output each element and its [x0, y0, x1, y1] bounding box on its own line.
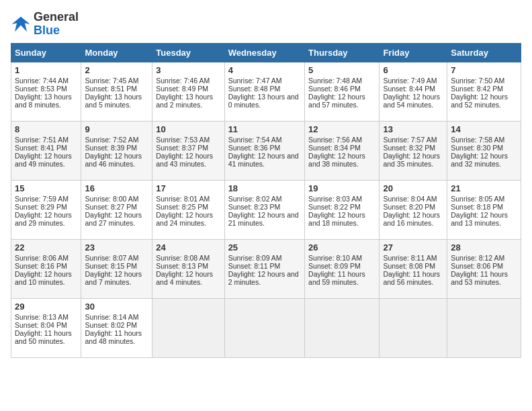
calendar-day-24: 24Sunrise: 8:08 AMSunset: 8:13 PMDayligh… — [152, 239, 224, 298]
calendar-day-10: 10Sunrise: 7:53 AMSunset: 8:37 PMDayligh… — [152, 121, 224, 180]
sunset-label: Sunset: 8:08 PM — [383, 262, 435, 270]
sunrise-label: Sunrise: 7:48 AM — [308, 77, 362, 85]
sunset-label: Sunset: 8:30 PM — [451, 144, 503, 152]
sunset-label: Sunset: 8:22 PM — [308, 203, 361, 211]
calendar-day-25: 25Sunrise: 8:09 AMSunset: 8:11 PMDayligh… — [224, 239, 304, 298]
svg-marker-0 — [12, 17, 30, 32]
day-number: 23 — [85, 242, 148, 253]
calendar-week-5: 29Sunrise: 8:13 AMSunset: 8:04 PMDayligh… — [11, 298, 521, 357]
daylight-label: Daylight: 11 hours and 59 minutes. — [308, 270, 365, 286]
day-number: 13 — [383, 124, 443, 134]
sunrise-label: Sunrise: 7:45 AM — [85, 77, 138, 85]
sunrise-label: Sunrise: 8:12 AM — [451, 254, 504, 262]
sunrise-label: Sunrise: 7:50 AM — [451, 77, 504, 85]
daylight-label: Daylight: 13 hours and 5 minutes. — [85, 93, 142, 109]
logo-icon — [11, 14, 31, 34]
daylight-label: Daylight: 11 hours and 53 minutes. — [451, 270, 508, 286]
sunset-label: Sunset: 8:49 PM — [156, 85, 208, 93]
sunrise-label: Sunrise: 8:03 AM — [308, 195, 362, 203]
calendar-day-17: 17Sunrise: 8:01 AMSunset: 8:25 PMDayligh… — [152, 180, 224, 239]
sunset-label: Sunset: 8:41 PM — [15, 144, 67, 152]
calendar-day-23: 23Sunrise: 8:07 AMSunset: 8:15 PMDayligh… — [81, 239, 152, 298]
day-number: 20 — [383, 183, 443, 193]
calendar-week-3: 15Sunrise: 7:59 AMSunset: 8:29 PMDayligh… — [11, 180, 521, 239]
sunrise-label: Sunrise: 8:11 AM — [383, 254, 437, 262]
calendar-day-8: 8Sunrise: 7:51 AMSunset: 8:41 PMDaylight… — [11, 121, 81, 180]
day-number: 24 — [156, 242, 220, 253]
daylight-label: Daylight: 12 hours and 13 minutes. — [451, 211, 508, 227]
calendar-day-27: 27Sunrise: 8:11 AMSunset: 8:08 PMDayligh… — [380, 239, 447, 298]
col-monday: Monday — [81, 43, 152, 62]
sunset-label: Sunset: 8:11 PM — [228, 262, 281, 270]
day-number: 21 — [451, 183, 517, 193]
calendar-week-4: 22Sunrise: 8:06 AMSunset: 8:16 PMDayligh… — [11, 239, 521, 298]
day-number: 1 — [15, 65, 77, 75]
daylight-label: Daylight: 12 hours and 41 minutes. — [228, 152, 299, 168]
sunrise-label: Sunrise: 8:14 AM — [85, 313, 138, 321]
calendar-day-22: 22Sunrise: 8:06 AMSunset: 8:16 PMDayligh… — [11, 239, 81, 298]
daylight-label: Daylight: 11 hours and 56 minutes. — [383, 270, 440, 286]
calendar-day-4: 4Sunrise: 7:47 AMSunset: 8:48 PMDaylight… — [224, 62, 304, 121]
sunrise-label: Sunrise: 7:46 AM — [156, 77, 210, 85]
empty-cell — [447, 298, 521, 357]
sunset-label: Sunset: 8:13 PM — [156, 262, 208, 270]
daylight-label: Daylight: 12 hours and 21 minutes. — [228, 211, 299, 227]
col-sunday: Sunday — [11, 43, 81, 62]
calendar-day-5: 5Sunrise: 7:48 AMSunset: 8:46 PMDaylight… — [305, 62, 380, 121]
sunset-label: Sunset: 8:25 PM — [156, 203, 208, 211]
daylight-label: Daylight: 12 hours and 49 minutes. — [15, 152, 72, 168]
calendar-day-9: 9Sunrise: 7:52 AMSunset: 8:39 PMDaylight… — [81, 121, 152, 180]
calendar-day-11: 11Sunrise: 7:54 AMSunset: 8:36 PMDayligh… — [224, 121, 304, 180]
daylight-label: Daylight: 12 hours and 46 minutes. — [85, 152, 142, 168]
calendar-day-1: 1Sunrise: 7:44 AMSunset: 8:53 PMDaylight… — [11, 62, 81, 121]
sunset-label: Sunset: 8:37 PM — [156, 144, 208, 152]
sunset-label: Sunset: 8:39 PM — [85, 144, 137, 152]
calendar-day-20: 20Sunrise: 8:04 AMSunset: 8:20 PMDayligh… — [380, 180, 447, 239]
calendar-day-26: 26Sunrise: 8:10 AMSunset: 8:09 PMDayligh… — [305, 239, 380, 298]
empty-cell — [152, 298, 224, 357]
sunset-label: Sunset: 8:16 PM — [15, 262, 67, 270]
day-number: 3 — [156, 65, 220, 75]
day-number: 19 — [308, 183, 375, 193]
daylight-label: Daylight: 12 hours and 7 minutes. — [85, 270, 142, 286]
col-friday: Friday — [380, 43, 447, 62]
day-number: 9 — [85, 124, 148, 134]
daylight-label: Daylight: 12 hours and 4 minutes. — [156, 270, 213, 286]
sunset-label: Sunset: 8:44 PM — [383, 85, 435, 93]
logo-text: General Blue — [34, 11, 79, 38]
empty-cell — [224, 298, 304, 357]
sunrise-label: Sunrise: 8:01 AM — [156, 195, 210, 203]
sunrise-label: Sunrise: 7:52 AM — [85, 136, 138, 144]
col-thursday: Thursday — [305, 43, 380, 62]
day-number: 27 — [383, 242, 443, 253]
sunset-label: Sunset: 8:23 PM — [228, 203, 281, 211]
sunrise-label: Sunrise: 8:10 AM — [308, 254, 362, 262]
daylight-label: Daylight: 12 hours and 32 minutes. — [451, 152, 508, 168]
day-number: 22 — [15, 242, 77, 253]
sunrise-label: Sunrise: 8:09 AM — [228, 254, 282, 262]
sunrise-label: Sunrise: 8:00 AM — [85, 195, 138, 203]
col-wednesday: Wednesday — [224, 43, 304, 62]
sunrise-label: Sunrise: 7:47 AM — [228, 77, 282, 85]
header-row: Sunday Monday Tuesday Wednesday Thursday… — [11, 43, 521, 62]
daylight-label: Daylight: 12 hours and 24 minutes. — [156, 211, 213, 227]
day-number: 6 — [383, 65, 443, 75]
sunrise-label: Sunrise: 7:54 AM — [228, 136, 282, 144]
calendar-day-29: 29Sunrise: 8:13 AMSunset: 8:04 PMDayligh… — [11, 298, 81, 357]
sunrise-label: Sunrise: 7:57 AM — [383, 136, 437, 144]
day-number: 28 — [451, 242, 517, 253]
sunset-label: Sunset: 8:51 PM — [85, 85, 137, 93]
sunset-label: Sunset: 8:06 PM — [451, 262, 503, 270]
daylight-label: Daylight: 12 hours and 35 minutes. — [383, 152, 440, 168]
day-number: 18 — [228, 183, 301, 193]
calendar-week-1: 1Sunrise: 7:44 AMSunset: 8:53 PMDaylight… — [11, 62, 521, 121]
calendar-day-12: 12Sunrise: 7:56 AMSunset: 8:34 PMDayligh… — [305, 121, 380, 180]
calendar-day-30: 30Sunrise: 8:14 AMSunset: 8:02 PMDayligh… — [81, 298, 152, 357]
daylight-label: Daylight: 12 hours and 27 minutes. — [85, 211, 142, 227]
sunset-label: Sunset: 8:29 PM — [15, 203, 67, 211]
sunrise-label: Sunrise: 8:02 AM — [228, 195, 282, 203]
daylight-label: Daylight: 12 hours and 43 minutes. — [156, 152, 213, 168]
day-number: 5 — [308, 65, 375, 75]
daylight-label: Daylight: 11 hours and 48 minutes. — [85, 329, 142, 345]
sunset-label: Sunset: 8:48 PM — [228, 85, 281, 93]
